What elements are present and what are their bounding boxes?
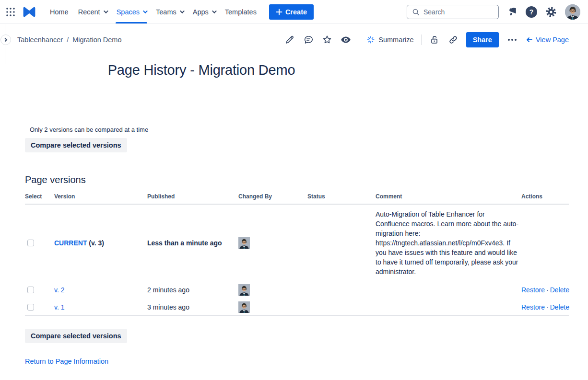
chevron-down-icon <box>212 9 217 13</box>
toolbar-divider <box>421 35 422 45</box>
status-cell <box>307 204 376 281</box>
page-versions-heading: Page versions <box>25 174 569 185</box>
version-link-current[interactable]: CURRENT <box>54 239 87 247</box>
plus-icon <box>276 9 282 15</box>
summarize-label: Summarize <box>378 36 413 44</box>
app-switcher-icon[interactable] <box>6 7 15 17</box>
nav-item-teams[interactable]: Teams <box>151 0 188 23</box>
changed-by-avatar[interactable] <box>238 284 307 296</box>
table-row-version-2: v. 2 2 minutes ago <box>25 281 569 299</box>
page-title: Page History - Migration Demo <box>25 62 378 78</box>
delete-link[interactable]: Delete <box>550 286 569 294</box>
table-header-row: Select Version Published Changed By Stat… <box>25 186 569 204</box>
column-header-comment: Comment <box>376 186 521 204</box>
changed-by-avatar[interactable] <box>238 237 307 249</box>
main-content: Page History - Migration Demo Only 2 ver… <box>0 62 588 366</box>
copy-link-icon[interactable] <box>447 34 459 46</box>
breadcrumb-page-link[interactable]: Migration Demo <box>72 36 121 44</box>
action-separator: · <box>545 303 550 311</box>
published-time: Less than a minute ago <box>147 204 238 281</box>
column-header-status: Status <box>307 186 376 204</box>
column-header-version: Version <box>54 186 147 204</box>
favorite-star-icon[interactable] <box>321 34 333 46</box>
page-versions-table: Select Version Published Changed By Stat… <box>25 186 569 316</box>
nav-item-home[interactable]: Home <box>45 0 73 23</box>
delete-link[interactable]: Delete <box>550 303 569 311</box>
help-glyph: ? <box>529 8 534 16</box>
select-version-checkbox[interactable] <box>27 240 34 246</box>
summarize-button[interactable]: Summarize <box>366 35 413 44</box>
restore-link[interactable]: Restore <box>521 303 545 311</box>
return-to-page-information-link[interactable]: Return to Page Information <box>25 357 108 365</box>
published-time: 2 minutes ago <box>147 281 238 299</box>
actions-cell: Restore·Delete <box>521 281 569 299</box>
share-button[interactable]: Share <box>466 32 499 47</box>
table-row-version-3: CURRENT (v. 3) Less than a minute ago <box>25 204 569 281</box>
actions-cell: Restore·Delete <box>521 299 569 316</box>
search-box[interactable] <box>407 5 499 19</box>
breadcrumb-separator: / <box>67 36 69 44</box>
nav-item-recent[interactable]: Recent <box>73 0 112 23</box>
restore-link[interactable]: Restore <box>521 286 545 294</box>
nav-item-label: Home <box>50 8 69 16</box>
nav-item-apps[interactable]: Apps <box>188 0 220 23</box>
version-link-v2[interactable]: v. 2 <box>54 286 65 294</box>
user-avatar[interactable] <box>565 4 580 20</box>
chevron-down-icon <box>143 9 148 13</box>
breadcrumb-toolbar-row: Tableenhancer / Migration Demo <box>0 29 588 51</box>
search-icon <box>412 8 420 16</box>
create-button[interactable]: Create <box>269 4 314 20</box>
toolbar-divider <box>359 35 359 45</box>
compare-selected-versions-button-bottom[interactable]: Compare selected versions <box>25 329 127 343</box>
help-icon[interactable]: ? <box>526 6 537 18</box>
select-version-checkbox[interactable] <box>27 304 34 311</box>
compare-selected-versions-button-top[interactable]: Compare selected versions <box>25 138 127 152</box>
status-cell <box>307 299 376 316</box>
version-comment <box>376 281 521 299</box>
left-arrow-icon <box>526 36 533 44</box>
settings-gear-icon[interactable] <box>545 6 557 18</box>
more-icon[interactable] <box>506 37 518 43</box>
version-link-v1[interactable]: v. 1 <box>54 303 65 311</box>
chevron-down-icon <box>180 9 185 13</box>
nav-item-label: Apps <box>193 8 209 16</box>
feedback-megaphone-icon[interactable] <box>507 7 517 17</box>
view-page-label: View Page <box>536 36 569 44</box>
comment-icon[interactable] <box>303 34 314 46</box>
published-time: 3 minutes ago <box>147 299 238 316</box>
actions-cell <box>521 204 569 281</box>
edit-pencil-icon[interactable] <box>284 34 295 46</box>
nav-item-label: Spaces <box>117 8 140 16</box>
column-header-select: Select <box>25 186 54 204</box>
status-cell <box>307 281 376 299</box>
page-toolbar: Summarize Share View Page <box>284 32 569 47</box>
sidebar-expand-button[interactable] <box>0 35 11 45</box>
chevron-right-icon <box>3 38 7 42</box>
version-comment: Auto-Migration of Table Enhancer for Con… <box>376 204 521 281</box>
search-input[interactable] <box>423 8 486 16</box>
select-version-checkbox[interactable] <box>27 287 34 293</box>
changed-by-avatar[interactable] <box>238 301 307 313</box>
nav-item-templates[interactable]: Templates <box>220 0 261 23</box>
nav-item-label: Teams <box>156 8 176 16</box>
version-comment <box>376 299 521 316</box>
chevron-down-icon <box>104 9 108 13</box>
version-number-suffix: (v. 3) <box>87 239 104 247</box>
compare-note: Only 2 versions can be compared at a tim… <box>30 126 569 133</box>
nav-item-label: Recent <box>78 8 100 16</box>
column-header-actions: Actions <box>521 186 569 204</box>
nav-item-spaces[interactable]: Spaces <box>112 0 151 23</box>
top-navigation-bar: Home Recent Spaces Teams Apps Templates … <box>0 0 588 24</box>
watch-eye-icon[interactable] <box>340 34 352 46</box>
breadcrumb-space-link[interactable]: Tableenhancer <box>17 36 63 44</box>
column-header-published: Published <box>147 186 238 204</box>
unlock-restrictions-icon[interactable] <box>429 34 440 46</box>
breadcrumb: Tableenhancer / Migration Demo <box>17 36 122 44</box>
nav-item-label: Templates <box>225 8 257 16</box>
view-page-link[interactable]: View Page <box>526 36 569 44</box>
confluence-logo-icon[interactable] <box>22 6 36 18</box>
column-header-changed-by: Changed By <box>238 186 307 204</box>
action-separator: · <box>545 286 550 294</box>
create-button-label: Create <box>285 8 307 16</box>
table-row-version-1: v. 1 3 minutes ago <box>25 299 569 316</box>
